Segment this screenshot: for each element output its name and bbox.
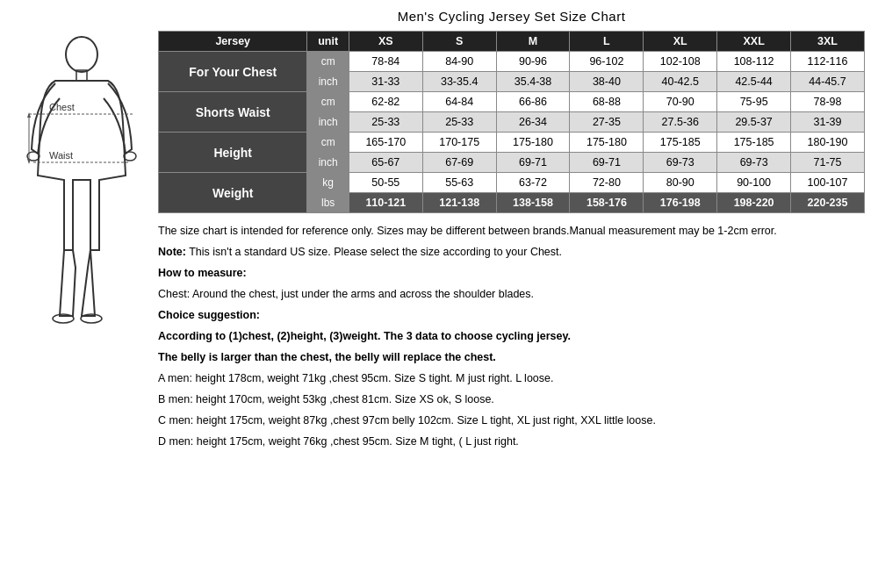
data-cell: 112-116 xyxy=(791,52,865,72)
data-cell: 33-35.4 xyxy=(422,72,496,92)
data-cell: 100-107 xyxy=(791,173,865,193)
data-cell: 44-45.7 xyxy=(791,72,865,92)
data-cell: 25-33 xyxy=(349,112,422,133)
col-xxl: XXL xyxy=(717,32,791,52)
data-cell: 65-67 xyxy=(349,153,422,173)
data-cell: 175-185 xyxy=(644,133,717,153)
data-cell: 31-33 xyxy=(349,72,422,92)
data-cell: 69-71 xyxy=(496,153,570,173)
figure-column: Chest Waist xyxy=(13,9,149,454)
data-cell: 78-84 xyxy=(349,52,422,72)
unit-cell: cm xyxy=(307,133,349,153)
notes-section: The size chart is intended for reference… xyxy=(158,222,865,450)
data-cell: 198-220 xyxy=(717,193,791,213)
data-cell: 170-175 xyxy=(422,133,496,153)
data-cell: 29.5-37 xyxy=(717,112,791,133)
data-cell: 69-73 xyxy=(717,153,791,173)
unit-cell: inch xyxy=(307,72,349,92)
unit-cell: cm xyxy=(307,92,349,112)
data-cell: 90-96 xyxy=(496,52,570,72)
right-column: Men's Cycling Jersey Set Size Chart Jers… xyxy=(158,9,865,454)
note-content: This isn't a standard US size. Please se… xyxy=(186,246,562,258)
choice-text1: According to (1)chest, (2)height, (3)wei… xyxy=(158,327,865,345)
data-cell: 31-39 xyxy=(791,112,865,133)
data-cell: 96-102 xyxy=(570,52,644,72)
data-cell: 38-40 xyxy=(570,72,644,92)
table-row: Shorts Waistcm62-8264-8466-8668-8870-907… xyxy=(159,92,865,112)
data-cell: 25-33 xyxy=(422,112,496,133)
col-3xl: 3XL xyxy=(791,32,865,52)
choice-text2: The belly is larger than the chest, the … xyxy=(158,348,865,366)
data-cell: 121-138 xyxy=(422,193,496,213)
table-row: Weightkg50-5555-6363-7272-8080-9090-1001… xyxy=(159,173,865,193)
data-cell: 176-198 xyxy=(644,193,717,213)
data-cell: 110-121 xyxy=(349,193,422,213)
data-cell: 62-82 xyxy=(349,92,422,112)
data-cell: 71-75 xyxy=(791,153,865,173)
category-cell: Shorts Waist xyxy=(159,92,307,133)
col-l: L xyxy=(570,32,644,52)
data-cell: 108-112 xyxy=(717,52,791,72)
unit-cell: inch xyxy=(307,153,349,173)
data-cell: 72-80 xyxy=(570,173,644,193)
data-cell: 75-95 xyxy=(717,92,791,112)
svg-text:Chest: Chest xyxy=(49,102,75,112)
category-cell: For Your Chest xyxy=(159,52,307,92)
data-cell: 27.5-36 xyxy=(644,112,717,133)
data-cell: 180-190 xyxy=(791,133,865,153)
human-figure: Chest Waist xyxy=(25,35,139,333)
example-c: C men: height 175cm, weight 87kg ,chest … xyxy=(158,412,865,429)
data-cell: 84-90 xyxy=(422,52,496,72)
table-header-row: Jersey unit XS S M L XL XXL 3XL xyxy=(159,32,865,52)
data-cell: 102-108 xyxy=(644,52,717,72)
svg-marker-12 xyxy=(27,159,31,164)
how-to-label: How to measure: xyxy=(158,264,865,282)
col-jersey: Jersey xyxy=(159,32,307,52)
note-line: Note: This isn't a standard US size. Ple… xyxy=(158,243,865,261)
svg-point-0 xyxy=(66,37,97,72)
example-d: D men: height 175cm, weight 76kg ,chest … xyxy=(158,433,865,450)
data-cell: 68-88 xyxy=(570,92,644,112)
unit-cell: inch xyxy=(307,112,349,133)
data-cell: 66-86 xyxy=(496,92,570,112)
data-cell: 220-235 xyxy=(791,193,865,213)
data-cell: 175-185 xyxy=(717,133,791,153)
unit-cell: cm xyxy=(307,52,349,72)
example-b: B men: height 170cm, weight 53kg ,chest … xyxy=(158,391,865,408)
data-cell: 27-35 xyxy=(570,112,644,133)
data-cell: 26-34 xyxy=(496,112,570,133)
data-cell: 69-73 xyxy=(644,153,717,173)
data-cell: 90-100 xyxy=(717,173,791,193)
data-cell: 40-42.5 xyxy=(644,72,717,92)
data-cell: 55-63 xyxy=(422,173,496,193)
data-cell: 69-71 xyxy=(570,153,644,173)
data-cell: 138-158 xyxy=(496,193,570,213)
data-cell: 80-90 xyxy=(644,173,717,193)
category-cell: Weight xyxy=(159,173,307,213)
unit-cell: lbs xyxy=(307,193,349,213)
data-cell: 67-69 xyxy=(422,153,496,173)
col-m: M xyxy=(496,32,570,52)
data-cell: 50-55 xyxy=(349,173,422,193)
example-a: A men: height 178cm, weight 71kg ,chest … xyxy=(158,369,865,387)
disclaimer-text: The size chart is intended for reference… xyxy=(158,222,865,240)
data-cell: 165-170 xyxy=(349,133,422,153)
unit-cell: kg xyxy=(307,173,349,193)
data-cell: 64-84 xyxy=(422,92,496,112)
category-cell: Height xyxy=(159,133,307,173)
svg-text:Waist: Waist xyxy=(49,150,73,161)
chest-measure: Chest: Around the chest, just under the … xyxy=(158,285,865,303)
svg-point-3 xyxy=(124,152,136,161)
table-row: For Your Chestcm78-8484-9090-9696-102102… xyxy=(159,52,865,72)
data-cell: 70-90 xyxy=(644,92,717,112)
col-xs: XS xyxy=(349,32,422,52)
size-chart-table: Jersey unit XS S M L XL XXL 3XL For Your… xyxy=(158,31,865,213)
table-row: Heightcm165-170170-175175-180175-180175-… xyxy=(159,133,865,153)
note-label: Note: xyxy=(158,246,186,258)
svg-marker-11 xyxy=(27,112,31,118)
page-title: Men's Cycling Jersey Set Size Chart xyxy=(158,9,865,24)
choice-label: Choice suggestion: xyxy=(158,306,865,324)
data-cell: 158-176 xyxy=(570,193,644,213)
main-container: Chest Waist Men's Cycling Jersey Set Siz… xyxy=(0,0,878,463)
data-cell: 63-72 xyxy=(496,173,570,193)
